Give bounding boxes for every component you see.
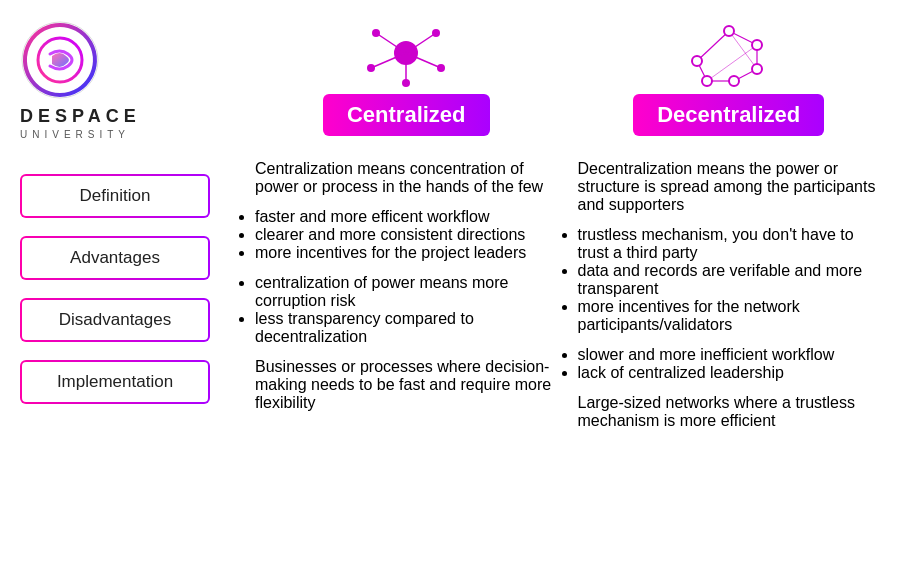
sidebar-item-implementation: Implementation bbox=[20, 360, 210, 404]
svg-point-26 bbox=[692, 56, 702, 66]
list-item: faster and more efficent workflow bbox=[255, 208, 558, 226]
decentralized-implementation-section: Large-sized networks where a trustless m… bbox=[578, 388, 881, 436]
decentralized-column: Decentralized Decentralization means the… bbox=[568, 20, 891, 547]
decentralized-badge: Decentralized bbox=[633, 94, 824, 136]
centralized-header: Centralized bbox=[255, 20, 558, 144]
centralized-icon bbox=[356, 20, 456, 90]
centralized-badge: Centralized bbox=[323, 94, 490, 136]
centralized-definition-text: Centralization means concentration of po… bbox=[255, 160, 558, 196]
decentralized-advantages-section: trustless mechanism, you don't have to t… bbox=[578, 220, 881, 340]
svg-line-19 bbox=[729, 31, 757, 69]
sidebar-item-disadvantages: Disadvantages bbox=[20, 298, 210, 342]
logo-icon bbox=[20, 20, 100, 100]
list-item: more incentives for the project leaders bbox=[255, 244, 558, 262]
svg-point-22 bbox=[752, 40, 762, 50]
brand-sub: UNIVERSITY bbox=[20, 129, 130, 140]
svg-point-24 bbox=[729, 76, 739, 86]
sidebar: DESPACE UNIVERSITY Definition Advantages… bbox=[10, 20, 225, 547]
centralized-advantages-section: faster and more efficent workflow cleare… bbox=[255, 202, 558, 268]
list-item: lack of centralized leadership bbox=[578, 364, 881, 382]
centralized-column: Centralized Centralization means concent… bbox=[245, 20, 568, 547]
decentralized-implementation-text: Large-sized networks where a trustless m… bbox=[578, 394, 881, 430]
list-item: clearer and more consistent directions bbox=[255, 226, 558, 244]
svg-point-25 bbox=[702, 76, 712, 86]
svg-point-10 bbox=[437, 64, 445, 72]
svg-point-23 bbox=[752, 64, 762, 74]
svg-point-21 bbox=[724, 26, 734, 36]
decentralized-disadvantages-section: slower and more inefficient workflow lac… bbox=[578, 340, 881, 388]
list-item: more incentives for the network particip… bbox=[578, 298, 881, 334]
list-item: trustless mechanism, you don't have to t… bbox=[578, 226, 881, 262]
list-item: centralization of power means more corru… bbox=[255, 274, 558, 310]
main-content: Centralized Centralization means concent… bbox=[225, 20, 890, 547]
sidebar-item-advantages: Advantages bbox=[20, 236, 210, 280]
svg-point-12 bbox=[402, 79, 410, 87]
decentralized-definition-section: Decentralization means the power or stru… bbox=[578, 154, 881, 220]
decentralized-icon bbox=[679, 20, 779, 90]
decentralized-disadvantages-list: slower and more inefficient workflow lac… bbox=[578, 346, 881, 382]
centralized-advantages-list: faster and more efficent workflow cleare… bbox=[255, 208, 558, 262]
centralized-disadvantages-list: centralization of power means more corru… bbox=[255, 274, 558, 346]
centralized-disadvantages-section: centralization of power means more corru… bbox=[255, 268, 558, 352]
list-item: slower and more inefficient workflow bbox=[578, 346, 881, 364]
decentralized-header: Decentralized bbox=[578, 20, 881, 144]
list-item: data and records are verifable and more … bbox=[578, 262, 881, 298]
svg-point-4 bbox=[372, 29, 380, 37]
decentralized-network-icon bbox=[679, 23, 779, 88]
sidebar-labels: Definition Advantages Disadvantages Impl… bbox=[20, 174, 225, 404]
list-item: less transparency compared to decentrali… bbox=[255, 310, 558, 346]
centralized-implementation-text: Businesses or processes where decision-m… bbox=[255, 358, 558, 412]
centralized-definition-section: Centralization means concentration of po… bbox=[255, 154, 558, 202]
centralized-implementation-section: Businesses or processes where decision-m… bbox=[255, 352, 558, 418]
sidebar-item-definition: Definition bbox=[20, 174, 210, 218]
decentralized-definition-text: Decentralization means the power or stru… bbox=[578, 160, 881, 214]
svg-point-8 bbox=[367, 64, 375, 72]
brand-name: DESPACE bbox=[20, 106, 141, 127]
centralized-network-icon bbox=[356, 23, 456, 88]
logo-area: DESPACE UNIVERSITY bbox=[20, 20, 141, 140]
decentralized-advantages-list: trustless mechanism, you don't have to t… bbox=[578, 226, 881, 334]
svg-point-6 bbox=[432, 29, 440, 37]
svg-line-18 bbox=[697, 31, 729, 61]
